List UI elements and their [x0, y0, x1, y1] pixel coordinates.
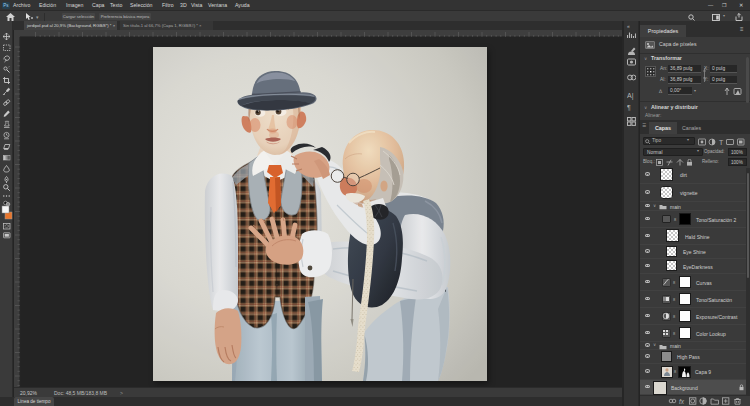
svg-text:T: T: [719, 138, 724, 145]
svg-text:fx: fx: [679, 398, 685, 405]
svg-text:A|: A|: [627, 92, 634, 100]
svg-text:¶: ¶: [627, 104, 631, 111]
